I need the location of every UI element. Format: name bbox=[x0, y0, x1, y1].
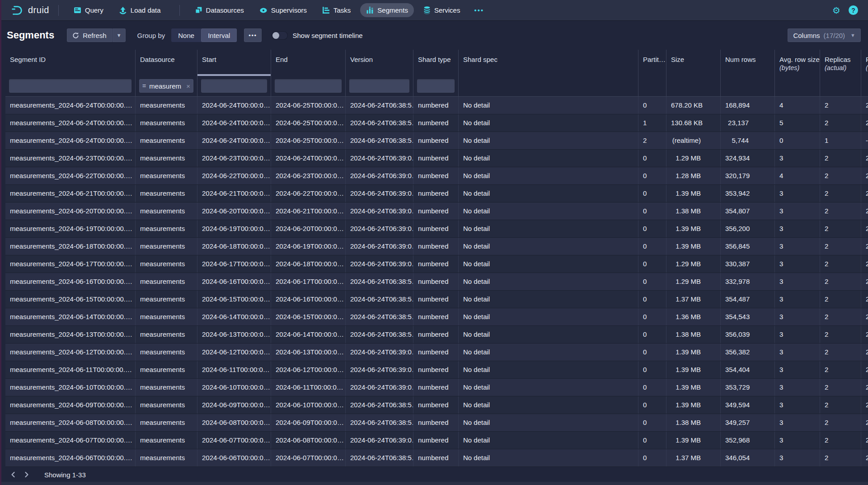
cell-avg-row-size[interactable]: 3 bbox=[775, 361, 820, 378]
cell-segment-id[interactable]: measurements_2024-06-20T00:00:00.… bbox=[5, 202, 136, 220]
cell-size[interactable]: 1.38 MB bbox=[666, 326, 721, 343]
cell-num-rows[interactable]: 349,257 bbox=[721, 414, 775, 431]
cell-avg-row-size[interactable]: 3 bbox=[775, 150, 820, 167]
cell-num-rows[interactable]: 356,382 bbox=[721, 344, 775, 361]
cell-version[interactable]: 2024-06-24T06:39:0… bbox=[346, 167, 413, 184]
cell-num-rows[interactable]: 324,934 bbox=[721, 150, 775, 167]
cell-num-rows[interactable]: 332,978 bbox=[721, 273, 775, 290]
cell-segment-id[interactable]: measurements_2024-06-18T00:00:00.… bbox=[5, 238, 136, 255]
cell-shard-spec[interactable]: No detail bbox=[459, 432, 638, 449]
cell-replication[interactable]: 2 bbox=[861, 167, 868, 184]
next-page-button[interactable] bbox=[20, 468, 33, 481]
col-header-shard-spec[interactable]: Shard spec bbox=[459, 50, 638, 76]
cell-start[interactable]: 2024-06-09T00:00:0… bbox=[197, 396, 271, 414]
cell-end[interactable]: 2024-06-23T00:00:0… bbox=[271, 167, 346, 184]
cell-replicas[interactable]: 2 bbox=[820, 432, 861, 449]
cell-start[interactable]: 2024-06-13T00:00:0… bbox=[197, 326, 271, 343]
cell-version[interactable]: 2024-06-24T06:38:5… bbox=[346, 97, 413, 114]
cell-num-rows[interactable]: 5,744 bbox=[721, 132, 775, 149]
cell-shard-type[interactable]: numbered bbox=[413, 202, 459, 220]
table-row[interactable]: measurements_2024-06-17T00:00:00.…measur… bbox=[5, 255, 868, 273]
cell-datasource[interactable]: measurements bbox=[136, 273, 197, 290]
cell-avg-row-size[interactable]: 3 bbox=[775, 220, 820, 237]
table-row[interactable]: measurements_2024-06-10T00:00:00.…measur… bbox=[5, 379, 868, 396]
cell-num-rows[interactable]: 352,968 bbox=[721, 432, 775, 449]
refresh-caret-button[interactable]: ▼ bbox=[112, 28, 126, 42]
cell-num-rows[interactable]: 353,729 bbox=[721, 379, 775, 396]
cell-shard-type[interactable]: numbered bbox=[413, 238, 459, 255]
table-row[interactable]: measurements_2024-06-21T00:00:00.…measur… bbox=[5, 185, 868, 202]
cell-replicas[interactable]: 2 bbox=[820, 291, 861, 308]
cell-end[interactable]: 2024-06-25T00:00:0… bbox=[271, 97, 346, 114]
cell-start[interactable]: 2024-06-06T00:00:0… bbox=[197, 449, 271, 466]
cell-start[interactable]: 2024-06-24T00:00:0… bbox=[197, 114, 271, 132]
cell-start[interactable]: 2024-06-15T00:00:0… bbox=[197, 291, 271, 308]
cell-replication[interactable]: 2 bbox=[861, 432, 868, 449]
version-filter-input[interactable] bbox=[349, 79, 409, 93]
cell-replicas[interactable]: 2 bbox=[820, 414, 861, 431]
nav-item-datasources[interactable]: Datasources bbox=[189, 3, 250, 17]
cell-partition[interactable]: 0 bbox=[638, 396, 666, 414]
segment-timeline-toggle[interactable] bbox=[272, 31, 288, 40]
cell-segment-id[interactable]: measurements_2024-06-17T00:00:00.… bbox=[5, 255, 136, 273]
columns-button[interactable]: Columns (17/20) ▼ bbox=[788, 28, 861, 42]
table-row[interactable]: measurements_2024-06-08T00:00:00.…measur… bbox=[5, 414, 868, 432]
cell-avg-row-size[interactable]: 4 bbox=[775, 167, 820, 184]
cell-datasource[interactable]: measurements bbox=[136, 185, 197, 202]
cell-end[interactable]: 2024-06-15T00:00:0… bbox=[271, 308, 346, 325]
cell-avg-row-size[interactable]: 5 bbox=[775, 114, 820, 132]
cell-avg-row-size[interactable]: 3 bbox=[775, 326, 820, 343]
cell-shard-type[interactable]: numbered bbox=[413, 132, 459, 149]
cell-replication[interactable]: 2 bbox=[861, 202, 868, 220]
table-row[interactable]: measurements_2024-06-24T00:00:00.…measur… bbox=[5, 114, 868, 132]
cell-segment-id[interactable]: measurements_2024-06-13T00:00:00.… bbox=[5, 326, 136, 343]
cell-num-rows[interactable]: 23,137 bbox=[721, 114, 775, 132]
group-by-option-none[interactable]: None bbox=[171, 28, 201, 42]
table-row[interactable]: measurements_2024-06-12T00:00:00.…measur… bbox=[5, 344, 868, 361]
cell-replicas[interactable]: 2 bbox=[820, 97, 861, 114]
cell-partition[interactable]: 0 bbox=[638, 379, 666, 396]
cell-size[interactable]: 1.39 MB bbox=[666, 220, 721, 237]
cell-end[interactable]: 2024-06-19T00:00:0… bbox=[271, 238, 346, 255]
cell-shard-type[interactable]: numbered bbox=[413, 167, 459, 184]
cell-replication[interactable]: 2 bbox=[861, 238, 868, 255]
shard-type-filter-input[interactable] bbox=[417, 79, 455, 93]
cell-start[interactable]: 2024-06-10T00:00:0… bbox=[197, 379, 271, 396]
cell-end[interactable]: 2024-06-21T00:00:0… bbox=[271, 202, 346, 220]
horizontal-scrollbar[interactable] bbox=[0, 482, 868, 485]
cell-replication[interactable]: 2 bbox=[861, 291, 868, 308]
cell-replicas[interactable]: 2 bbox=[820, 308, 861, 325]
cell-num-rows[interactable]: 354,487 bbox=[721, 291, 775, 308]
cell-replicas[interactable]: 2 bbox=[820, 326, 861, 343]
cell-shard-spec[interactable]: No detail bbox=[459, 255, 638, 273]
cell-avg-row-size[interactable]: 3 bbox=[775, 449, 820, 466]
cell-end[interactable]: 2024-06-16T00:00:0… bbox=[271, 291, 346, 308]
cell-end[interactable]: 2024-06-25T00:00:0… bbox=[271, 132, 346, 149]
cell-version[interactable]: 2024-06-24T06:39:0… bbox=[346, 220, 413, 237]
cell-partition[interactable]: 0 bbox=[638, 97, 666, 114]
nav-item-supervisors[interactable]: Supervisors bbox=[253, 3, 313, 18]
cell-version[interactable]: 2024-06-24T06:38:5… bbox=[346, 449, 413, 466]
cell-segment-id[interactable]: measurements_2024-06-11T00:00:00.… bbox=[5, 361, 136, 378]
cell-shard-spec[interactable]: No detail bbox=[459, 396, 638, 414]
cell-end[interactable]: 2024-06-14T00:00:0… bbox=[271, 326, 346, 343]
cell-shard-type[interactable]: numbered bbox=[413, 150, 459, 167]
cell-size[interactable]: 1.38 MB bbox=[666, 202, 721, 220]
segment-id-filter-input[interactable] bbox=[9, 79, 131, 93]
group-by-option-interval[interactable]: Interval bbox=[201, 28, 237, 42]
cell-size[interactable]: 1.36 MB bbox=[666, 308, 721, 325]
cell-replication[interactable]: 2 bbox=[861, 185, 868, 202]
druid-logo[interactable]: druid bbox=[10, 4, 49, 17]
cell-segment-id[interactable]: measurements_2024-06-24T00:00:00.… bbox=[5, 97, 136, 114]
cell-replicas[interactable]: 2 bbox=[820, 238, 861, 255]
cell-shard-type[interactable]: numbered bbox=[413, 291, 459, 308]
datasource-filter-chip[interactable]: = measurem × bbox=[139, 79, 193, 93]
table-row[interactable]: measurements_2024-06-13T00:00:00.…measur… bbox=[5, 326, 868, 344]
table-row[interactable]: measurements_2024-06-06T00:00:00.…measur… bbox=[5, 449, 868, 467]
cell-shard-spec[interactable]: No detail bbox=[459, 114, 638, 132]
more-options-button[interactable]: ••• bbox=[244, 28, 261, 42]
cell-segment-id[interactable]: measurements_2024-06-12T00:00:00.… bbox=[5, 344, 136, 361]
cell-datasource[interactable]: measurements bbox=[136, 432, 197, 449]
table-row[interactable]: measurements_2024-06-20T00:00:00.…measur… bbox=[5, 202, 868, 220]
cell-datasource[interactable]: measurements bbox=[136, 449, 197, 466]
